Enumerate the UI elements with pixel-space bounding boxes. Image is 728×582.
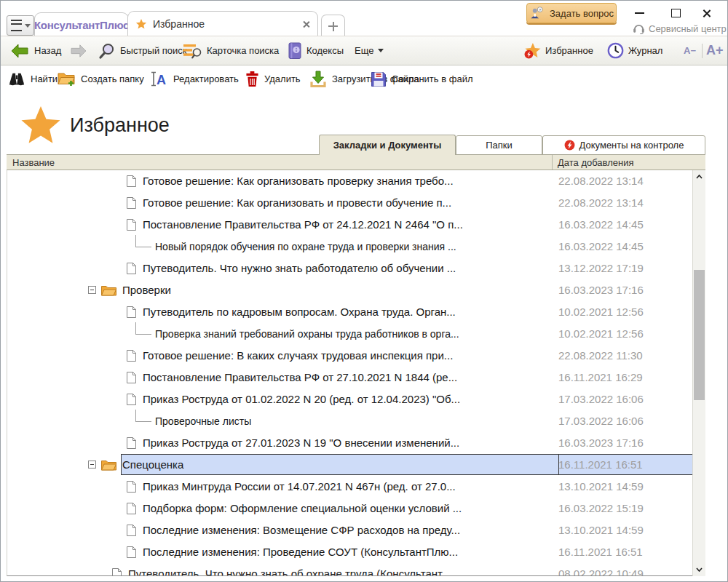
app-logo[interactable]: КонсультантПлюс [34,12,129,37]
table-row[interactable]: Путеводитель. Что нужно знать об охране … [7,563,705,576]
table-row-folder[interactable]: Проверки 16.03.2023 17:16 [7,279,705,301]
table-row[interactable]: Проверочные листы 17.03.2022 16:06 [7,410,705,432]
collapse-minus-icon[interactable] [88,461,96,469]
close-tab-icon[interactable] [302,20,310,28]
tab-label: Документы на контроле [579,140,684,151]
vertical-scrollbar[interactable] [692,170,705,576]
chevron-down-icon [378,49,384,52]
favorites-button[interactable]: Избранное [523,36,593,65]
tab-folders[interactable]: Папки [456,135,542,155]
tab-favorites[interactable]: Избранное [127,11,318,36]
row-date: 10.02.2021 12:56 [558,327,644,340]
close-button[interactable] [695,5,717,21]
scrollbar-thumb[interactable] [694,270,705,400]
ask-question-button[interactable]: ? Задать вопрос [526,3,617,23]
table-row[interactable]: Готовое решение: В каких случаях трудова… [7,345,705,367]
table-row[interactable]: Постановление Правительства РФ от 24.12.… [7,214,705,236]
minimize-icon [635,12,644,14]
more-button[interactable]: Еще [355,36,384,65]
headset-icon [633,23,645,34]
table-row[interactable]: Путеводитель. Что нужно знать работодате… [7,258,705,279]
row-title: Подборка форм: Оформление специальной оц… [143,502,462,514]
document-icon [127,219,136,231]
edit-icon: A [149,71,168,87]
favorites-label: Избранное [545,45,593,56]
document-icon [127,503,136,514]
back-button[interactable]: Назад [9,36,61,65]
maximize-button[interactable] [665,5,687,21]
font-decrease-button[interactable]: A− [684,36,696,65]
row-date: 16.03.2022 14:45 [558,240,644,252]
delete-button[interactable]: Удалить [245,65,301,92]
floppy-disk-icon [371,71,387,87]
back-label: Назад [34,45,61,56]
svg-text:A: A [157,73,166,87]
document-icon [127,546,136,558]
row-title: Проверки [122,284,171,296]
row-date: 16.11.2021 16:29 [558,371,643,383]
binoculars-icon [8,72,25,87]
new-tab-button[interactable] [321,15,345,37]
table-row[interactable]: Подборка форм: Оформление специальной оц… [7,498,705,519]
document-icon [112,568,122,576]
row-date: 22.08.2022 13:14 [558,196,644,209]
font-increase-button[interactable]: A+ [706,36,724,65]
row-title: Постановление Правительства РФ от 24.12.… [143,218,463,231]
main-menu-button[interactable] [7,15,34,36]
tab-title: Избранное [153,18,296,30]
main-toolbar: Назад Быстрый поиск Карточка поиска [1,36,728,65]
codes-button[interactable]: Кодексы [288,36,344,65]
column-header-date[interactable]: Дата добавления [558,157,634,168]
tab-label: Папки [486,140,513,151]
collapse-minus-icon[interactable] [88,286,96,294]
edit-button[interactable]: A Редактировать [149,65,239,92]
table-row[interactable]: Проверка знаний требований охраны труда … [7,323,705,345]
star-icon [135,18,147,30]
table-row[interactable]: Новый порядок обучения по охране труда и… [7,236,705,258]
table-row[interactable]: Путеводитель по кадровым вопросам. Охран… [7,301,705,323]
quick-search-button[interactable]: Быстрый поиск [98,36,187,65]
create-folder-button[interactable]: Создать папку [58,65,144,92]
row-title: Приказ Роструда от 01.02.2022 N 20 (ред.… [143,393,460,405]
minimize-button[interactable] [628,5,650,21]
table-row[interactable]: Готовое решение: Как организовать провер… [7,170,705,192]
favorites-list: Готовое решение: Как организовать провер… [7,170,705,576]
table-row[interactable]: Готовое решение: Как организовать и пров… [7,192,705,214]
forward-button[interactable] [69,36,88,65]
row-title: Последние изменения: Возмещение СФР расх… [143,524,460,536]
tab-bookmarks-documents[interactable]: Закладки и Документы [319,135,456,155]
service-center-link[interactable]: Сервисный центр [633,23,727,34]
table-row[interactable]: Приказ Минтруда России от 14.07.2021 N 4… [7,476,705,498]
hamburger-icon [11,20,22,31]
folder-icon [101,459,116,471]
support-person-icon: ? [529,7,545,20]
table-row[interactable]: Постановление Правительства РФ от 27.10.… [7,367,705,388]
service-center-label: Сервисный центр [649,23,727,34]
table-row[interactable]: Приказ Роструда от 27.01.2023 N 19 "О вн… [7,432,705,454]
search-card-label: Карточка поиска [207,45,279,56]
table-row[interactable]: Последние изменения: Проведение СОУТ (Ко… [7,541,705,563]
document-icon [127,372,136,383]
tree-connector-icon [135,410,151,422]
column-header-name[interactable]: Название [12,157,55,168]
favorites-page-star-icon [20,104,62,146]
find-button[interactable]: Найти [8,65,58,92]
scroll-down-button[interactable] [693,563,705,576]
font-decrease-label: A− [684,45,696,56]
table-row[interactable]: Последние изменения: Возмещение СФР расх… [7,519,705,541]
journal-button[interactable]: Журнал [607,36,662,65]
control-lightning-icon [564,140,575,151]
search-card-button[interactable]: Карточка поиска [183,36,279,65]
row-date: 16.03.2022 14:45 [558,218,644,231]
row-date: 22.08.2022 11:30 [558,349,643,362]
document-icon [127,263,136,274]
scroll-up-button[interactable] [693,170,705,183]
table-row[interactable]: Приказ Роструда от 01.02.2022 N 20 (ред.… [7,388,705,410]
chevron-up-icon [696,175,703,179]
close-icon [702,9,711,18]
document-icon [127,394,136,405]
table-row-folder-selected[interactable]: Спецоценка 16.11.2021 16:51 [7,454,705,476]
tab-documents-on-control[interactable]: Документы на контроле [542,135,705,155]
favorites-action-bar: Найти Создать папку A Редактировать [1,65,728,92]
save-to-file-button[interactable]: Сохранить в файл [371,65,473,92]
